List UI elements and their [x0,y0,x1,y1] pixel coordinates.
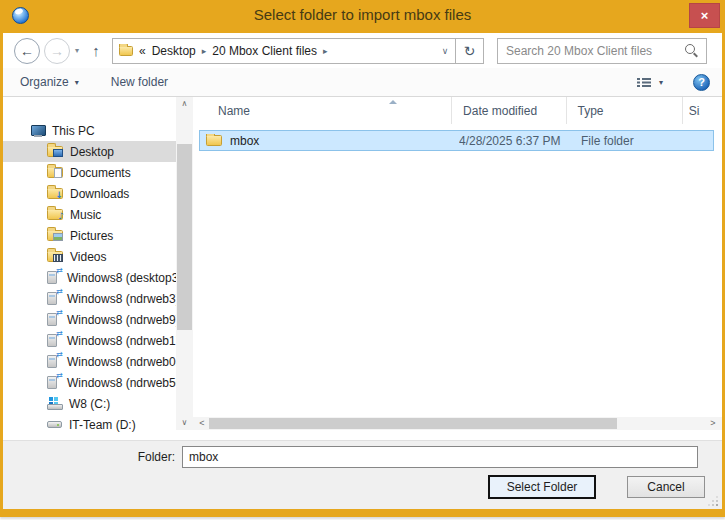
horizontal-scrollbar[interactable]: < > [193,417,722,430]
computer-icon [30,125,45,137]
close-button[interactable]: × [689,3,720,28]
column-header-date-modified[interactable]: Date modified [452,97,567,124]
scroll-up-icon[interactable]: ∧ [176,97,193,111]
search-box [497,38,707,64]
new-folder-label: New folder [111,75,168,89]
file-list: Name Date modified Type Size mbox 4/28/2… [193,97,722,440]
navigation-pane: This PC Desktop Documents Downloads Musi… [3,97,176,440]
dialog-content: ← → ▾ ↑ « Desktop ▸ 20 Mbox Client files… [3,33,722,509]
network-pc-icon [47,376,57,389]
sidebar-item-label: Documents [70,166,131,180]
folder-name-input[interactable] [182,446,698,468]
music-folder-icon [47,209,63,220]
resize-grip[interactable] [707,495,718,506]
cancel-button[interactable]: Cancel [627,476,705,498]
documents-folder-icon [47,167,63,178]
help-button[interactable]: ? [693,74,710,91]
scrollbar-thumb[interactable] [177,144,192,330]
sidebar-item-network-pc[interactable]: Windows8 (ndrweb17 [3,330,176,351]
column-header-type[interactable]: Type [567,97,682,124]
search-icon[interactable] [684,43,699,58]
sidebar-item-label: Downloads [70,187,129,201]
cancel-label: Cancel [647,480,684,494]
column-header-name[interactable]: Name [193,97,452,124]
sidebar-item-label: IT-Team (D:) [69,418,136,432]
address-dropdown-icon[interactable]: ∨ [435,46,455,56]
breadcrumb-item-desktop[interactable]: Desktop [152,44,196,58]
back-icon: ← [20,43,34,59]
select-folder-label: Select Folder [507,480,578,494]
command-toolbar: Organize ▾ New folder ▾ ? [3,68,722,97]
network-pc-icon [47,292,57,305]
breadcrumb-item-folder[interactable]: 20 Mbox Client files [212,44,317,58]
desktop-folder-icon [47,146,63,157]
select-folder-button[interactable]: Select Folder [488,475,596,499]
folder-icon [119,46,133,56]
column-header-size[interactable]: Size [683,97,722,124]
refresh-button[interactable]: ↻ [455,38,484,64]
network-pc-icon [47,355,57,368]
folder-icon [206,135,222,146]
sidebar-item-label: Desktop [70,145,114,159]
scroll-left-icon[interactable]: < [195,417,209,430]
sidebar-item-music[interactable]: Music [3,204,176,225]
main-area: This PC Desktop Documents Downloads Musi… [3,97,722,440]
file-name-cell: mbox [200,134,459,148]
sidebar-item-network-pc[interactable]: Windows8 (ndrweb02 [3,351,176,372]
address-bar[interactable]: « Desktop ▸ 20 Mbox Client files ▸ ∨ [112,38,456,64]
organize-label: Organize [20,75,69,89]
sidebar-item-desktop[interactable]: Desktop [3,141,176,162]
breadcrumb-collapsed[interactable]: « [139,44,146,58]
downloads-folder-icon [47,188,63,199]
recent-locations-button[interactable]: ▾ [75,46,79,55]
sidebar-scrollbar[interactable]: ∧ ∨ [176,97,193,430]
sidebar-item-network-pc[interactable]: Windows8 (desktop31 [3,267,176,288]
sidebar-item-label: Windows8 (ndrweb17 [67,334,176,348]
dialog-window: Select folder to import mbox files × ← →… [0,0,725,517]
sidebar-item-label: This PC [52,124,95,138]
up-button[interactable]: ↑ [87,42,105,59]
folder-label: Folder: [131,450,175,464]
breadcrumb: « Desktop ▸ 20 Mbox Client files ▸ [113,44,435,58]
column-label: Name [218,104,250,118]
view-dropdown-icon[interactable]: ▾ [659,78,663,87]
sidebar-item-videos[interactable]: Videos [3,246,176,267]
sidebar-item-network-pc[interactable]: Windows8 (ndrweb9) [3,309,176,330]
file-row-mbox[interactable]: mbox 4/28/2025 6:37 PM File folder [199,130,714,151]
help-icon: ? [698,76,705,88]
sidebar-item-d-drive[interactable]: IT-Team (D:) [3,414,176,435]
forward-button[interactable]: → [44,38,70,64]
file-date-cell: 4/28/2025 6:37 PM [459,134,577,148]
scrollbar-thumb[interactable] [209,418,617,429]
file-type-cell: File folder [577,134,695,148]
chevron-right-icon[interactable]: ▸ [202,46,207,56]
details-view-icon[interactable] [637,77,651,88]
sidebar-item-label: Windows8 (desktop31 [67,271,176,285]
pictures-folder-icon [47,230,63,241]
sidebar-item-network-pc[interactable]: Windows8 (ndrweb50 [3,372,176,393]
sidebar-item-label: Windows8 (ndrweb3) [67,292,176,306]
scroll-right-icon[interactable]: > [706,417,720,430]
network-pc-icon [47,271,57,284]
new-folder-button[interactable]: New folder [111,75,168,89]
chevron-right-icon[interactable]: ▸ [323,46,328,56]
organize-button[interactable]: Organize ▾ [20,75,79,89]
title-bar: Select folder to import mbox files × [0,0,725,33]
back-button[interactable]: ← [14,38,40,64]
sidebar-item-label: Windows8 (ndrweb9) [67,313,176,327]
sidebar-item-documents[interactable]: Documents [3,162,176,183]
sidebar-item-c-drive[interactable]: W8 (C:) [3,393,176,414]
file-rows: mbox 4/28/2025 6:37 PM File folder [193,124,722,151]
scroll-down-icon[interactable]: ∨ [176,416,193,430]
column-label: Size [689,104,700,118]
network-pc-icon [47,313,57,326]
search-input[interactable] [498,44,684,58]
close-icon: × [701,8,709,23]
sidebar-item-pictures[interactable]: Pictures [3,225,176,246]
toolbar-right: ▾ ? [637,74,710,91]
sidebar-item-network-pc[interactable]: Windows8 (ndrweb3) [3,288,176,309]
column-label: Type [577,104,603,118]
sidebar-item-this-pc[interactable]: This PC [3,120,176,141]
sidebar-item-downloads[interactable]: Downloads [3,183,176,204]
column-headers: Name Date modified Type Size [193,97,722,124]
